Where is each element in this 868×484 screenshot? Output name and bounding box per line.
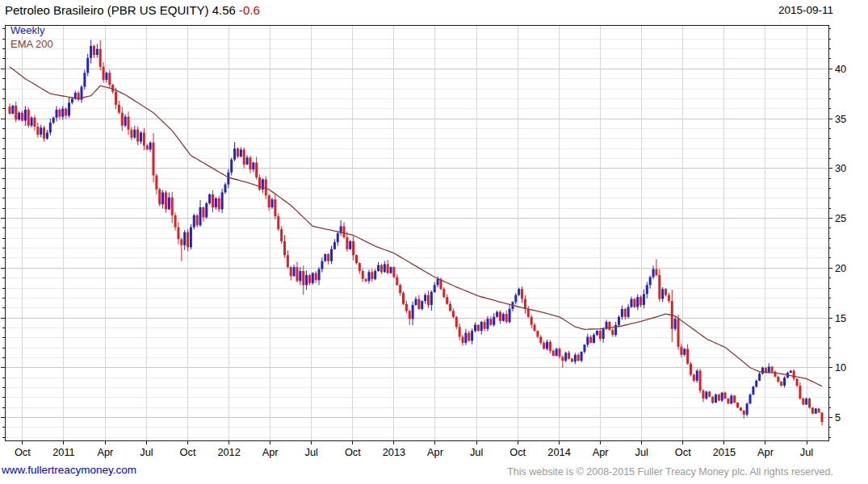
y-axis-label: 40 [835, 63, 846, 75]
grid-vertical [23, 25, 807, 440]
x-axis-label: Apr [97, 446, 114, 458]
x-axis-label: Jul [635, 446, 648, 458]
plot-border [5, 25, 828, 440]
chart-date: 2015-09-11 [778, 4, 833, 16]
site-link[interactable]: www.fullertreacymoney.com [2, 464, 136, 476]
y-axis-label: 20 [835, 262, 846, 274]
legend-weekly: Weekly [10, 23, 53, 37]
x-axis-label: 2011 [52, 446, 75, 458]
y-axis-label: 10 [835, 361, 846, 373]
y-axis-label: 5 [835, 411, 841, 424]
legend-ema-200: EMA 200 [10, 37, 53, 51]
price-chart: 510152025303540Oct2011AprJulOct2012AprJu… [0, 0, 868, 484]
x-axis-label: Apr [262, 446, 279, 458]
x-axis-label: 2013 [383, 446, 405, 458]
chart-title-text: Petroleo Brasileiro (PBR US EQUITY) 4.56 [5, 3, 239, 17]
x-axis-label: Apr [427, 446, 444, 458]
y-axis-label: 30 [835, 162, 846, 174]
chart-page: 510152025303540Oct2011AprJulOct2012AprJu… [0, 0, 868, 484]
y-axis: 510152025303540 [1, 29, 846, 437]
x-axis-label: Oct [345, 446, 361, 458]
y-axis-label: 25 [835, 212, 846, 224]
y-axis-label: 35 [835, 113, 846, 125]
chart-title: Petroleo Brasileiro (PBR US EQUITY) 4.56… [5, 3, 260, 17]
y-axis-label: 15 [835, 312, 846, 324]
x-axis-label: 2015 [713, 446, 736, 458]
x-axis-label: Oct [15, 446, 31, 458]
x-axis-label: Jul [470, 446, 483, 458]
x-axis-label: Apr [757, 446, 774, 458]
ema-200-line [10, 67, 822, 386]
x-axis-label: Oct [675, 446, 691, 458]
chart-legend: Weekly EMA 200 [10, 23, 53, 51]
price-change: -0.6 [239, 3, 260, 17]
grid-minor-horizontal [5, 29, 828, 437]
x-axis-label: Jul [305, 446, 318, 458]
x-axis-label: Jul [140, 446, 153, 458]
x-axis-label: Oct [180, 446, 196, 458]
x-axis-label: Apr [593, 446, 610, 458]
x-axis-label: 2012 [217, 446, 240, 458]
x-axis-label: Jul [800, 446, 813, 458]
x-axis: Oct2011AprJulOct2012AprJulOct2013AprJulO… [15, 440, 813, 458]
copyright-text: This website is © 2008-2015 Fuller Treac… [507, 466, 833, 478]
x-axis-label: Oct [509, 446, 526, 458]
x-axis-label: 2014 [547, 446, 570, 458]
